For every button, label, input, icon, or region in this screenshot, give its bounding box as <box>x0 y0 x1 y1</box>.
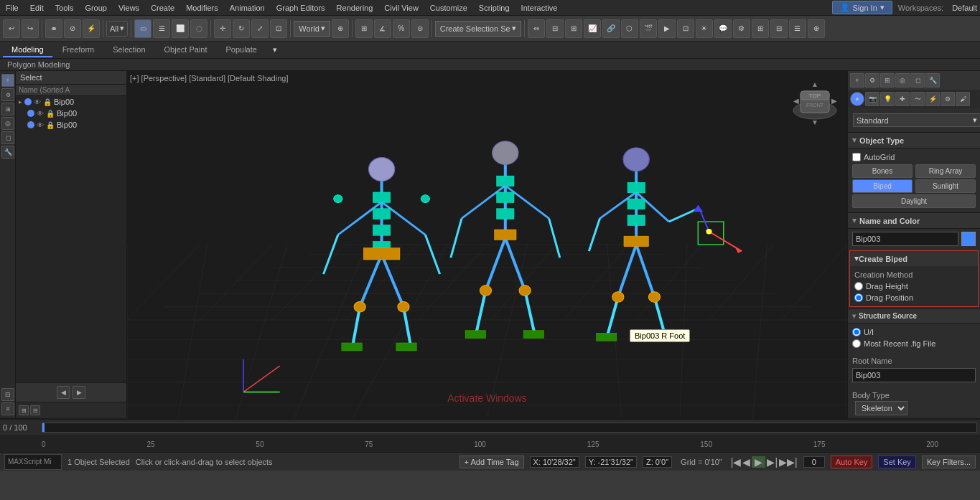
render-frame-button[interactable]: ⊡ <box>677 19 694 38</box>
unlink-button[interactable]: ⊘ <box>64 19 81 38</box>
scene-item-2[interactable]: 👁 🔒 Bip00 <box>16 108 126 119</box>
auto-key-button[interactable]: Auto Key <box>831 456 873 468</box>
scene-bottom-icon-1[interactable]: ⊞ <box>19 405 29 415</box>
workspaces-value[interactable]: Default <box>949 4 980 12</box>
extra-button-3[interactable]: ⊟ <box>770 19 788 38</box>
menu-graph-editors[interactable]: Graph Editors <box>271 2 331 14</box>
motion-icon[interactable]: ◎ <box>1 117 14 130</box>
structure-source-header[interactable]: ▾ Structure Source <box>848 308 980 324</box>
tab-extra[interactable]: ▾ <box>270 44 280 56</box>
eye-icon-2[interactable]: 👁 <box>37 110 44 118</box>
scene-item-3[interactable]: 👁 🔒 Bip00 <box>16 119 126 131</box>
layer-button[interactable]: ⊞ <box>565 19 582 38</box>
rp-camera-icon[interactable]: 📷 <box>865 92 879 106</box>
scene-bottom-icon-2[interactable]: ⊟ <box>30 405 40 415</box>
rp-light-icon[interactable]: 💡 <box>880 92 895 106</box>
hierarchy-icon[interactable]: ⊞ <box>1 103 14 115</box>
viewport-layout-icon[interactable]: ⊟ <box>1 388 14 401</box>
frame-counter[interactable]: 0 <box>803 456 825 468</box>
select-by-name-button[interactable]: ☰ <box>153 19 170 38</box>
rp-sphere-icon[interactable]: ● <box>850 92 864 106</box>
go-end-button[interactable]: ▶▶| <box>779 456 798 468</box>
world-dropdown[interactable]: World ▾ <box>294 21 330 37</box>
bind-space-warp-button[interactable]: ⚡ <box>83 19 100 38</box>
set-key-button[interactable]: Set Key <box>878 456 916 468</box>
selection-filter-dropdown[interactable]: All ▾ <box>106 21 128 37</box>
extra-button-4[interactable]: ☰ <box>789 19 806 38</box>
nav-cube[interactable]: TOP FRONT ◀ ▶ ▲ ▼ <box>790 78 840 128</box>
sign-in-button[interactable]: 👤 Sign In ▾ <box>832 1 892 14</box>
menu-civil-view[interactable]: Civil View <box>378 2 424 14</box>
standard-dropdown[interactable]: Standard ▾ <box>853 113 980 127</box>
rp-modify-icon[interactable]: ⚙ <box>865 73 879 88</box>
rp-paint-icon[interactable]: 🖌 <box>956 92 970 106</box>
add-time-tag-button[interactable]: + Add Time Tag <box>459 456 524 468</box>
ui-radio[interactable] <box>852 328 861 336</box>
eye-icon-1[interactable]: 👁 <box>34 98 41 106</box>
select-button[interactable]: ▭ <box>134 19 151 38</box>
name-input[interactable] <box>852 232 958 246</box>
menu-tools[interactable]: Tools <box>50 2 80 14</box>
menu-scripting[interactable]: Scripting <box>473 2 515 14</box>
name-color-section-header[interactable]: ▾ Name and Color <box>848 212 980 229</box>
material-editor-button[interactable]: ⬡ <box>621 19 638 38</box>
menu-animation[interactable]: Animation <box>224 2 271 14</box>
undo-button[interactable]: ↩ <box>3 19 20 38</box>
play-button[interactable]: ▶ <box>752 456 765 468</box>
scale-button[interactable]: ⤢ <box>251 19 269 38</box>
lock-icon-3[interactable]: 🔒 <box>46 121 55 129</box>
menu-file[interactable]: File <box>0 2 24 14</box>
timeline[interactable]: 0 / 100 <box>0 419 980 436</box>
eye-icon-3[interactable]: 👁 <box>37 121 44 129</box>
menu-customize[interactable]: Customize <box>424 2 473 14</box>
spinner-snap-button[interactable]: ⊝ <box>411 19 429 38</box>
ring-array-button[interactable]: Ring Array <box>915 164 976 178</box>
pivot-button[interactable]: ⊕ <box>332 19 349 38</box>
rp-create-icon[interactable]: + <box>850 73 864 88</box>
snap-button[interactable]: ⊞ <box>355 19 373 38</box>
create-icon[interactable]: + <box>1 74 14 87</box>
rectangular-select-button[interactable]: ⬜ <box>172 19 189 38</box>
extra-button-5[interactable]: ⊕ <box>808 19 825 38</box>
tab-freeform[interactable]: Freeform <box>54 43 103 57</box>
select-rotate-button[interactable]: ↻ <box>233 19 250 38</box>
menu-rendering[interactable]: Rendering <box>331 2 379 14</box>
utilities-icon[interactable]: 🔧 <box>1 146 14 159</box>
extra-button-2[interactable]: ⊞ <box>752 19 769 38</box>
create-selection-button[interactable]: Create Selection Se ▾ <box>435 21 521 37</box>
daylight-button[interactable]: Daylight <box>852 194 976 208</box>
schematic-view-button[interactable]: 🔗 <box>602 19 620 38</box>
color-swatch[interactable] <box>961 232 976 246</box>
modify-icon[interactable]: ⚙ <box>1 88 14 101</box>
menu-create[interactable]: Create <box>145 2 180 14</box>
lock-icon-2[interactable]: 🔒 <box>46 110 55 118</box>
rp-system-icon[interactable]: ⚡ <box>925 92 940 106</box>
rp-spacewarp-icon[interactable]: 〜 <box>910 92 925 106</box>
redo-button[interactable]: ↪ <box>22 19 39 38</box>
lasso-select-button[interactable]: ◌ <box>190 19 207 38</box>
align-button[interactable]: ⊟ <box>546 19 564 38</box>
tab-selection[interactable]: Selection <box>104 43 154 57</box>
lock-icon-1[interactable]: 🔒 <box>43 98 52 106</box>
maxscript-mini[interactable]: MAXScript Mi <box>4 454 62 470</box>
object-type-section-header[interactable]: ▾ Object Type <box>848 132 980 148</box>
scene-item-1[interactable]: ▸ 👁 🔒 Bip00 <box>16 96 126 108</box>
mini-listener-icon[interactable]: ≡ <box>1 402 14 415</box>
graph-editors-button[interactable]: 📈 <box>584 19 601 38</box>
bones-button[interactable]: Bones <box>852 164 913 178</box>
rp-hierarchy-icon[interactable]: ⊞ <box>880 73 895 88</box>
render-setup-button[interactable]: 🎬 <box>640 19 657 38</box>
tab-modeling[interactable]: Modeling <box>3 43 52 57</box>
rp-utilities-icon[interactable]: 🔧 <box>925 73 940 88</box>
angle-snap-button[interactable]: ∡ <box>374 19 391 38</box>
menu-group[interactable]: Group <box>79 2 113 14</box>
menu-edit[interactable]: Edit <box>24 2 50 14</box>
extra-button-1[interactable]: ⚙ <box>733 19 750 38</box>
scene-next-button[interactable]: ▶ <box>73 386 85 399</box>
sunlight-button[interactable]: Sunlight <box>915 179 976 193</box>
timeline-bar[interactable] <box>42 423 977 433</box>
env-effects-button[interactable]: ☀ <box>696 19 713 38</box>
link-button[interactable]: ⚭ <box>45 19 62 38</box>
biped-button[interactable]: Biped <box>852 179 913 193</box>
select-move-button[interactable]: ✛ <box>214 19 231 38</box>
